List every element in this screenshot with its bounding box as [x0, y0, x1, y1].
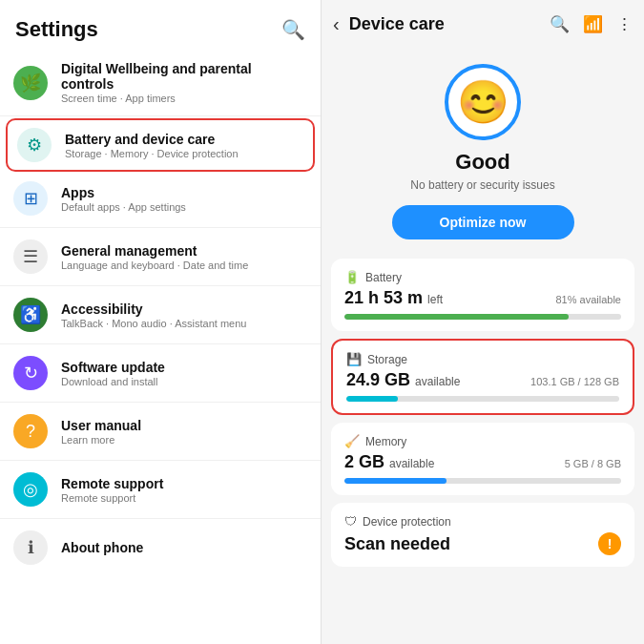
memory-icon: 🧹	[344, 434, 360, 448]
settings-item-digital-wellbeing[interactable]: 🌿Digital Wellbeing and parental controls…	[0, 52, 321, 114]
storage-header-row: 💾Storage	[346, 352, 619, 366]
divider	[0, 402, 321, 403]
general-management-icon: ☰	[13, 239, 48, 274]
device-care-panel: ‹ Device care 🔍 📶 ⋮ 😊 Good No battery or…	[322, 0, 644, 644]
battery-device-care-label: Battery and device care	[65, 132, 239, 147]
signal-icon: 📶	[583, 14, 603, 34]
memory-progress-fill	[344, 478, 447, 484]
software-update-sub: Download and install	[61, 376, 165, 387]
card-storage[interactable]: 💾Storage24.9 GB available103.1 GB / 128 …	[331, 339, 634, 415]
storage-value: 24.9 GB available	[346, 370, 460, 390]
card-device-protection[interactable]: 🛡Device protectionScan needed!	[331, 503, 634, 567]
battery-progress-fill	[344, 314, 569, 320]
device-protection-header-row: 🛡Device protection	[344, 514, 621, 529]
memory-main-row: 2 GB available5 GB / 8 GB	[344, 452, 621, 472]
search-icon[interactable]: 🔍	[281, 18, 305, 41]
settings-item-battery-device-care[interactable]: ⚙Battery and device careStorage · Memory…	[6, 118, 315, 172]
remote-support-sub: Remote support	[61, 492, 163, 504]
memory-header-row: 🧹Memory	[344, 434, 621, 448]
status-subtitle: No battery or security issues	[410, 178, 554, 192]
about-phone-label: About phone	[61, 540, 143, 555]
general-management-sub: Language and keyboard · Date and time	[61, 260, 248, 271]
software-update-icon: ↻	[13, 356, 48, 390]
accessibility-sub: TalkBack · Mono audio · Assistant menu	[61, 318, 246, 329]
card-battery[interactable]: 🔋Battery21 h 53 m left81% available	[331, 259, 634, 331]
settings-list: 🌿Digital Wellbeing and parental controls…	[0, 52, 321, 574]
user-manual-sub: Learn more	[61, 434, 141, 446]
back-button[interactable]: ‹	[333, 13, 340, 35]
device-care-header: ‹ Device care 🔍 📶 ⋮	[322, 0, 644, 45]
accessibility-icon: ♿	[13, 298, 48, 332]
battery-main-row: 21 h 53 m left81% available	[344, 288, 621, 308]
card-memory[interactable]: 🧹Memory2 GB available5 GB / 8 GB	[331, 423, 634, 495]
device-protection-label: Device protection	[363, 515, 451, 529]
settings-item-remote-support[interactable]: ◎Remote supportRemote support	[0, 463, 321, 516]
memory-available: 5 GB / 8 GB	[565, 458, 621, 469]
apps-sub: Default apps · App settings	[61, 201, 186, 213]
settings-item-accessibility[interactable]: ♿AccessibilityTalkBack · Mono audio · As…	[0, 288, 321, 342]
status-summary: 😊 Good No battery or security issues Opt…	[322, 45, 644, 251]
settings-panel: Settings 🔍 🌿Digital Wellbeing and parent…	[0, 0, 322, 644]
header-search-icon[interactable]: 🔍	[550, 14, 570, 34]
optimize-button[interactable]: Optimize now	[392, 205, 574, 239]
user-manual-label: User manual	[61, 418, 141, 433]
software-update-label: Software update	[61, 360, 165, 375]
device-care-cards: 🔋Battery21 h 53 m left81% available💾Stor…	[322, 251, 644, 644]
remote-support-icon: ◎	[13, 472, 48, 507]
battery-progress-bar	[344, 314, 621, 320]
apps-icon: ⊞	[13, 181, 48, 216]
divider	[0, 343, 321, 344]
storage-progress-bar	[346, 396, 619, 402]
memory-progress-bar	[344, 478, 621, 484]
settings-item-software-update[interactable]: ↻Software updateDownload and install	[0, 346, 321, 400]
apps-text: AppsDefault apps · App settings	[61, 185, 186, 213]
digital-wellbeing-text: Digital Wellbeing and parental controlsS…	[61, 61, 307, 104]
warning-icon: !	[598, 532, 621, 555]
divider	[0, 115, 321, 116]
battery-device-care-text: Battery and device careStorage · Memory …	[65, 132, 239, 159]
battery-label: Battery	[365, 271, 402, 284]
memory-label: Memory	[365, 435, 406, 448]
apps-label: Apps	[61, 185, 186, 200]
battery-available: 81% available	[556, 294, 622, 305]
general-management-text: General managementLanguage and keyboard …	[61, 243, 248, 271]
device-protection-icon: 🛡	[344, 514, 357, 529]
battery-device-care-icon: ⚙	[17, 128, 52, 162]
settings-item-about-phone[interactable]: ℹAbout phone	[0, 521, 321, 574]
battery-value: 21 h 53 m left	[344, 288, 443, 308]
general-management-label: General management	[61, 243, 248, 259]
digital-wellbeing-label: Digital Wellbeing and parental controls	[61, 61, 307, 92]
settings-item-apps[interactable]: ⊞AppsDefault apps · App settings	[0, 172, 321, 225]
storage-label: Storage	[367, 353, 407, 366]
user-manual-text: User manualLearn more	[61, 418, 141, 446]
settings-item-general-management[interactable]: ☰General managementLanguage and keyboard…	[0, 230, 321, 283]
storage-main-row: 24.9 GB available103.1 GB / 128 GB	[346, 370, 619, 390]
storage-progress-fill	[346, 396, 398, 402]
scan-needed-text: Scan needed	[344, 534, 450, 554]
user-manual-icon: ?	[13, 414, 48, 448]
accessibility-label: Accessibility	[61, 301, 246, 317]
battery-icon: 🔋	[344, 270, 360, 284]
memory-value: 2 GB available	[344, 452, 434, 472]
settings-title: Settings	[15, 17, 98, 42]
settings-item-user-manual[interactable]: ?User manualLearn more	[0, 405, 321, 458]
smiley-icon: 😊	[457, 81, 509, 123]
smiley-face-circle: 😊	[445, 64, 521, 140]
battery-device-care-sub: Storage · Memory · Device protection	[65, 148, 239, 159]
about-phone-icon: ℹ	[13, 530, 48, 565]
remote-support-text: Remote supportRemote support	[61, 476, 163, 504]
status-good: Good	[455, 150, 509, 175]
divider	[0, 227, 321, 228]
accessibility-text: AccessibilityTalkBack · Mono audio · Ass…	[61, 301, 246, 329]
digital-wellbeing-icon: 🌿	[13, 66, 48, 100]
remote-support-label: Remote support	[61, 476, 163, 491]
battery-header-row: 🔋Battery	[344, 270, 621, 284]
divider	[0, 460, 321, 461]
digital-wellbeing-sub: Screen time · App timers	[61, 93, 307, 104]
device-care-title: Device care	[349, 14, 536, 34]
settings-header: Settings 🔍	[0, 0, 321, 52]
divider	[0, 285, 321, 286]
storage-icon: 💾	[346, 352, 362, 366]
more-icon[interactable]: ⋮	[616, 14, 633, 34]
divider	[0, 518, 321, 519]
